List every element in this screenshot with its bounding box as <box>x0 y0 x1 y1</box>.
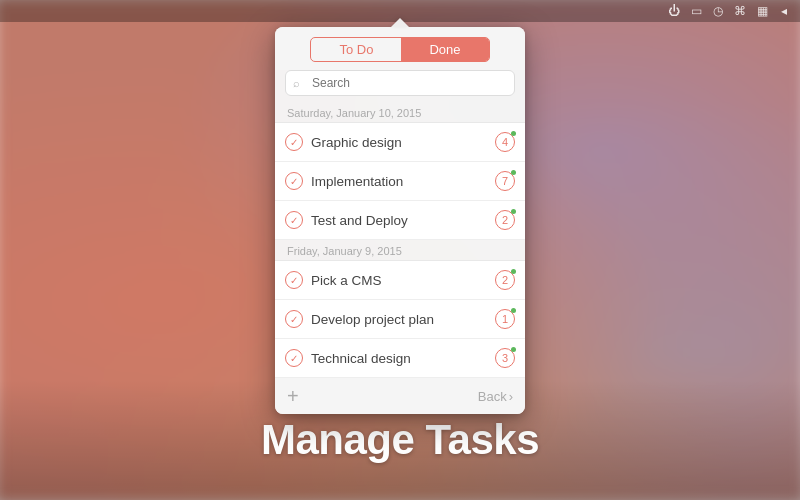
add-button[interactable]: + <box>287 386 299 406</box>
popup-arrow <box>391 18 409 27</box>
task-check-icon: ✓ <box>285 211 303 229</box>
date-header-1: Saturday, January 10, 2015 <box>275 102 525 122</box>
flag-icon: ▦ <box>754 3 770 19</box>
task-name: Graphic design <box>311 135 495 150</box>
tab-group: To Do Done <box>310 37 489 62</box>
power-icon: ⏻ <box>666 3 682 19</box>
back-label: Back <box>478 389 507 404</box>
clock-icon: ◷ <box>710 3 726 19</box>
search-container: ⌕ <box>275 70 525 102</box>
display-icon: ▭ <box>688 3 704 19</box>
task-name: Pick a CMS <box>311 273 495 288</box>
task-badge: 2 <box>495 210 515 230</box>
task-item[interactable]: ✓ Implementation 7 <box>275 162 525 201</box>
task-badge: 1 <box>495 309 515 329</box>
task-badge: 2 <box>495 270 515 290</box>
task-check-icon: ✓ <box>285 310 303 328</box>
task-name: Implementation <box>311 174 495 189</box>
task-item[interactable]: ✓ Test and Deploy 2 <box>275 201 525 240</box>
back-button[interactable]: Back › <box>478 389 513 404</box>
task-badge: 3 <box>495 348 515 368</box>
task-name: Develop project plan <box>311 312 495 327</box>
chevron-right-icon: › <box>509 389 513 404</box>
task-check-icon: ✓ <box>285 271 303 289</box>
wifi-icon: ⌘ <box>732 3 748 19</box>
task-check-icon: ✓ <box>285 349 303 367</box>
tab-todo[interactable]: To Do <box>311 38 401 61</box>
task-popup: To Do Done ⌕ Saturday, January 10, 2015 … <box>275 27 525 414</box>
volume-icon: ◂ <box>776 3 792 19</box>
date-header-2: Friday, January 9, 2015 <box>275 240 525 260</box>
tab-bar: To Do Done <box>275 27 525 70</box>
task-item[interactable]: ✓ Technical design 3 <box>275 339 525 378</box>
bottom-bar: + Back › <box>275 378 525 414</box>
tab-done[interactable]: Done <box>401 38 488 61</box>
search-wrapper: ⌕ <box>285 70 515 96</box>
task-item[interactable]: ✓ Pick a CMS 2 <box>275 261 525 300</box>
task-badge: 4 <box>495 132 515 152</box>
task-check-icon: ✓ <box>285 133 303 151</box>
page-title: Manage Tasks <box>261 416 539 464</box>
search-input[interactable] <box>285 70 515 96</box>
task-check-icon: ✓ <box>285 172 303 190</box>
task-item[interactable]: ✓ Develop project plan 1 <box>275 300 525 339</box>
task-badge: 7 <box>495 171 515 191</box>
task-name: Test and Deploy <box>311 213 495 228</box>
task-item[interactable]: ✓ Graphic design 4 <box>275 123 525 162</box>
task-name: Technical design <box>311 351 495 366</box>
